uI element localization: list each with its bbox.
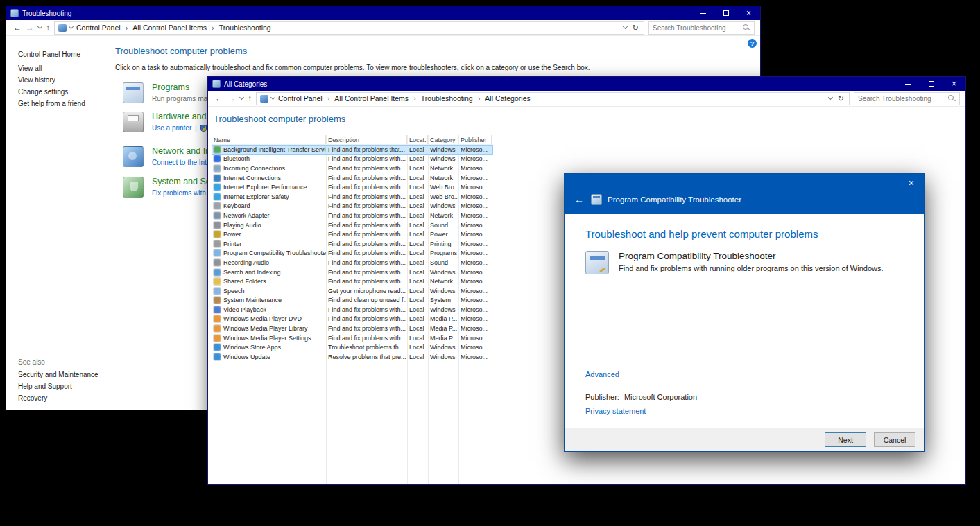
back-button[interactable]: ← (13, 24, 22, 32)
privacy-statement-link[interactable]: Privacy statement (585, 407, 646, 415)
next-button[interactable]: Next (825, 432, 866, 447)
back-icon[interactable]: ← (574, 195, 584, 204)
table-row[interactable]: PrinterFind and fix problems with...Loca… (212, 239, 493, 249)
table-row[interactable]: Windows Media Player SettingsFind and fi… (212, 333, 493, 343)
table-row[interactable]: Windows Media Player DVDFind and fix pro… (212, 315, 493, 324)
chevron-icon[interactable] (69, 24, 74, 29)
breadcrumb[interactable]: Control Panel › All Control Panel Items … (54, 21, 644, 35)
refresh-button[interactable]: ↻ (838, 95, 844, 103)
troubleshooter-icon (214, 353, 221, 360)
search-box[interactable] (648, 21, 755, 35)
minimize-button[interactable] (897, 77, 920, 91)
table-row[interactable]: Program Compatibility TroubleshooterFind… (212, 249, 493, 258)
troubleshooter-location: Local (407, 239, 428, 249)
troubleshooter-icon (214, 240, 221, 247)
column-header[interactable]: Locat... (407, 135, 428, 144)
address-bar: ← → ↑ Control Panel › All Control Panel … (6, 20, 760, 36)
maximize-button[interactable] (920, 77, 943, 91)
troubleshooter-name: Windows Media Player Library (223, 325, 308, 332)
breadcrumb[interactable]: Control Panel › All Control Panel Items … (256, 92, 850, 105)
table-row[interactable]: BluetoothFind and fix problems with...Lo… (212, 155, 493, 164)
column-header[interactable]: Name (212, 135, 326, 144)
troubleshooter-name: Playing Audio (223, 222, 261, 229)
table-row[interactable]: PowerFind and fix problems with...LocalP… (212, 229, 493, 239)
up-button[interactable]: ↑ (46, 24, 50, 32)
refresh-button[interactable]: ↻ (633, 24, 639, 32)
column-header[interactable]: Description (326, 135, 407, 144)
sidebar-item-view-history[interactable]: View history (18, 76, 55, 84)
sidebar-item-security-and-maintenance[interactable]: Security and Maintenance (18, 371, 98, 378)
task-link-use-a-printer[interactable]: Use a printer (152, 124, 191, 132)
table-row[interactable]: Incoming ConnectionsFind and fix problem… (212, 164, 493, 173)
cancel-button[interactable]: Cancel (874, 432, 915, 447)
close-button[interactable]: × (943, 77, 965, 91)
close-button[interactable]: × (737, 6, 760, 20)
troubleshooter-location: Local (407, 268, 428, 277)
title-bar[interactable]: Troubleshooting × (6, 6, 760, 20)
close-icon[interactable]: × (909, 178, 914, 188)
column-header[interactable]: Publisher (458, 135, 492, 144)
sidebar-item-get-help-from-a-friend[interactable]: Get help from a friend (18, 100, 85, 107)
advanced-link[interactable]: Advanced (585, 370, 619, 378)
table-row[interactable]: SpeechGet your microphone read...LocalWi… (212, 286, 493, 296)
table-row[interactable]: Search and IndexingFind and fix problems… (212, 268, 493, 277)
address-dropdown-chevron-icon[interactable] (828, 95, 833, 100)
list-header: NameDescriptionLocat...CategoryPublisher (212, 135, 493, 145)
table-row[interactable]: Windows UpdateResolve problems that pre.… (212, 352, 493, 362)
recent-locations-chevron-icon[interactable] (239, 95, 244, 100)
troubleshooter-name-cell: Windows Store Apps (212, 342, 326, 352)
sidebar-item-change-settings[interactable]: Change settings (18, 88, 68, 96)
table-row[interactable]: Windows Media Player LibraryFind and fix… (212, 324, 493, 333)
table-row[interactable]: Windows Store AppsTroubleshoot problems … (212, 342, 493, 352)
title-bar[interactable]: All Categories × (208, 77, 965, 91)
search-box[interactable] (854, 92, 960, 105)
troubleshooter-description: Resolve problems that pre... (326, 352, 407, 362)
back-button[interactable]: ← (215, 94, 223, 103)
breadcrumb-item-control-panel[interactable]: Control Panel (76, 24, 121, 32)
column-header[interactable]: Category (428, 135, 458, 144)
table-row[interactable]: Internet Explorer SafetyFind and fix pro… (212, 192, 493, 202)
forward-button[interactable]: → (26, 24, 34, 32)
recent-locations-chevron-icon[interactable] (37, 24, 42, 29)
troubleshooter-publisher: Microso... (458, 155, 492, 164)
breadcrumb-item-control-panel[interactable]: Control Panel (277, 94, 323, 103)
minimize-button[interactable] (691, 6, 714, 20)
address-dropdown-chevron-icon[interactable] (623, 24, 628, 29)
troubleshooter-name: Recording Audio (223, 259, 269, 266)
table-row[interactable]: Shared FoldersFind and fix problems with… (212, 277, 493, 286)
breadcrumb-item-all-control-panel-items[interactable]: All Control Panel Items (132, 24, 207, 32)
troubleshooter-name: Windows Update (223, 353, 270, 360)
table-row[interactable]: Network AdapterFind and fix problems wit… (212, 211, 493, 220)
table-row[interactable]: KeyboardFind and fix problems with...Loc… (212, 202, 493, 211)
search-input[interactable] (858, 95, 947, 103)
troubleshooter-icon (214, 344, 221, 351)
search-input[interactable] (653, 24, 742, 32)
table-row[interactable]: Playing AudioFind and fix problems with.… (212, 220, 493, 230)
troubleshooter-name-cell: Program Compatibility Troubleshooter (212, 249, 326, 258)
table-row[interactable]: Recording AudioFind and fix problems wit… (212, 258, 493, 268)
troubleshooter-icon (214, 288, 221, 295)
forward-button[interactable]: → (227, 94, 236, 103)
help-icon[interactable]: ? (748, 39, 757, 48)
up-button[interactable]: ↑ (248, 94, 252, 103)
breadcrumb-item-troubleshooting[interactable]: Troubleshooting (218, 24, 272, 32)
table-row[interactable]: Internet ConnectionsFind and fix problem… (212, 173, 493, 183)
breadcrumb-item-all-control-panel-items[interactable]: All Control Panel Items (334, 94, 409, 103)
table-row[interactable]: Internet Explorer PerformanceFind and fi… (212, 182, 493, 192)
table-row[interactable]: Background Intelligent Transfer ServiceF… (212, 145, 493, 155)
maximize-button[interactable] (714, 6, 737, 20)
uac-shield-icon (200, 125, 207, 132)
troubleshooter-name: Speech (223, 288, 245, 295)
sidebar-item-help-and-support[interactable]: Help and Support (18, 383, 72, 390)
sidebar-item-control-panel-home[interactable]: Control Panel Home (18, 51, 80, 58)
table-row[interactable]: System MaintenanceFind and clean up unus… (212, 296, 493, 306)
breadcrumb-item-all-categories[interactable]: All Categories (484, 94, 531, 103)
troubleshooter-category: Windows (428, 155, 458, 164)
chevron-icon[interactable] (270, 95, 275, 100)
table-row[interactable]: Video PlaybackFind and fix problems with… (212, 305, 493, 315)
sidebar-item-recovery[interactable]: Recovery (18, 394, 47, 402)
task-divider: | (195, 124, 197, 132)
breadcrumb-item-troubleshooting[interactable]: Troubleshooting (420, 94, 474, 103)
sidebar-item-view-all[interactable]: View all (18, 64, 42, 72)
troubleshooter-item[interactable]: Program Compatibility Troubleshooter Fin… (585, 251, 884, 274)
